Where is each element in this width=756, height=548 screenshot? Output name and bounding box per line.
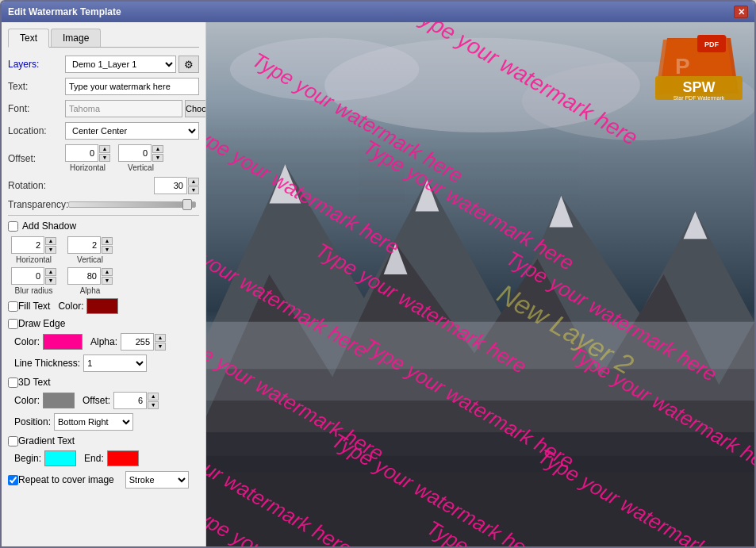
rotation-down[interactable]: ▼ bbox=[188, 186, 199, 194]
gradient-end-swatch[interactable] bbox=[107, 450, 139, 466]
shadow-blur-down[interactable]: ▼ bbox=[45, 277, 56, 285]
title-bar: Edit Watermark Template ✕ bbox=[2, 2, 754, 22]
three-d-offset-input[interactable] bbox=[113, 392, 147, 409]
text-row: Text: bbox=[8, 78, 199, 95]
fill-color-swatch[interactable] bbox=[86, 298, 118, 314]
add-shadow-checkbox[interactable] bbox=[8, 221, 18, 232]
rotation-spinner: ▲ ▼ bbox=[154, 177, 199, 194]
svg-text:P: P bbox=[675, 54, 690, 79]
tab-text[interactable]: Text bbox=[8, 29, 49, 48]
layers-row: Layers: Demo 1_Layer 1 ⚙ bbox=[8, 56, 199, 73]
font-input[interactable] bbox=[65, 100, 182, 117]
transparency-thumb[interactable] bbox=[182, 199, 192, 210]
three-d-position-label: Position: bbox=[14, 416, 51, 427]
three-d-label: 3D Text bbox=[18, 377, 50, 388]
shadow-spinners-row2: ▲ ▼ Blur radius ▲ ▼ Alpha bbox=[8, 267, 199, 295]
edge-alpha-up[interactable]: ▲ bbox=[155, 334, 166, 342]
window-title: Edit Watermark Template bbox=[8, 6, 121, 17]
three-d-offset-up[interactable]: ▲ bbox=[148, 393, 159, 400]
three-d-checkbox[interactable] bbox=[8, 377, 18, 388]
shadow-h-input[interactable] bbox=[11, 236, 44, 254]
edge-color-swatch[interactable] bbox=[43, 334, 83, 350]
offset-v-label: Vertical bbox=[128, 163, 154, 172]
three-d-color-swatch[interactable] bbox=[43, 393, 75, 408]
shadow-v-label: Vertical bbox=[77, 255, 103, 264]
fill-text-label: Fill Text bbox=[18, 301, 50, 312]
shadow-alpha-input[interactable] bbox=[67, 267, 101, 285]
line-thickness-label: Line Thickness: bbox=[14, 358, 80, 369]
fill-color-label: Color: bbox=[58, 301, 83, 312]
edge-alpha-label: Alpha: bbox=[90, 336, 117, 347]
offset-row: Offset: ▲ ▼ Horizontal bbox=[8, 144, 199, 172]
shadow-h-spinner: ▲ ▼ Horizontal bbox=[11, 236, 56, 264]
choose-button[interactable]: Choose bbox=[185, 100, 206, 117]
fill-text-checkbox[interactable] bbox=[8, 301, 18, 312]
offset-h-label: Horizontal bbox=[70, 163, 106, 172]
shadow-v-down[interactable]: ▼ bbox=[102, 246, 113, 254]
offset-h-up[interactable]: ▲ bbox=[99, 145, 110, 153]
edge-alpha-input[interactable] bbox=[121, 333, 154, 351]
svg-rect-13 bbox=[206, 432, 754, 472]
transparency-track bbox=[68, 201, 196, 208]
add-shadow-label: Add Shadow bbox=[22, 220, 76, 232]
offset-label: Offset: bbox=[8, 153, 65, 164]
three-d-text-row: 3D Text bbox=[8, 377, 199, 388]
rotation-up[interactable]: ▲ bbox=[188, 178, 199, 186]
edge-color-label: Color: bbox=[14, 336, 40, 347]
gradient-checkbox[interactable] bbox=[8, 436, 18, 446]
offset-h-arrows: ▲ ▼ bbox=[99, 145, 110, 162]
font-label: Font: bbox=[8, 103, 65, 114]
offset-v-input[interactable] bbox=[118, 144, 152, 162]
three-d-color-row: Color: Offset: ▲ ▼ bbox=[8, 392, 199, 409]
gear-button[interactable]: ⚙ bbox=[178, 56, 199, 73]
location-label: Location: bbox=[8, 125, 65, 136]
spw-logo: PDF P SPW Star PDF Watermark bbox=[651, 30, 746, 102]
left-panel: Text Image Layers: Demo 1_Layer 1 ⚙ Text… bbox=[2, 22, 206, 546]
add-shadow-row: Add Shadow bbox=[8, 220, 199, 232]
layers-select[interactable]: Demo 1_Layer 1 bbox=[65, 56, 176, 73]
gradient-begin-label: Begin: bbox=[14, 453, 41, 464]
tab-image[interactable]: Image bbox=[51, 29, 101, 47]
shadow-blur-up[interactable]: ▲ bbox=[45, 268, 56, 276]
shadow-blur-label: Blur radius bbox=[15, 286, 53, 295]
shadow-alpha-down[interactable]: ▼ bbox=[102, 277, 113, 285]
offset-h-down[interactable]: ▼ bbox=[99, 154, 110, 162]
text-input[interactable] bbox=[65, 78, 199, 95]
edge-color-row: Color: Alpha: ▲ ▼ bbox=[8, 333, 199, 351]
shadow-alpha-label: Alpha bbox=[80, 286, 101, 295]
preview-panel: Type your watermark here Type your water… bbox=[206, 22, 754, 546]
shadow-h-up[interactable]: ▲ bbox=[45, 237, 56, 245]
gradient-end-label: End: bbox=[84, 453, 104, 464]
three-d-position-select[interactable]: Bottom Right bbox=[54, 413, 133, 431]
gradient-begin-swatch[interactable] bbox=[44, 450, 76, 466]
shadow-blur-input[interactable] bbox=[11, 267, 44, 285]
edge-alpha-down[interactable]: ▼ bbox=[155, 343, 166, 351]
shadow-v-input[interactable] bbox=[67, 236, 101, 254]
rotation-label: Rotation: bbox=[8, 180, 65, 191]
repeat-checkbox[interactable] bbox=[8, 475, 18, 485]
offset-v-down[interactable]: ▼ bbox=[152, 154, 163, 162]
rotation-input[interactable] bbox=[154, 177, 187, 194]
svg-rect-11 bbox=[206, 369, 754, 400]
location-select[interactable]: Center Center bbox=[65, 122, 199, 140]
shadow-alpha-up[interactable]: ▲ bbox=[102, 268, 113, 276]
offset-v-arrows: ▲ ▼ bbox=[152, 145, 163, 162]
offset-h-input[interactable] bbox=[65, 144, 98, 162]
shadow-h-down[interactable]: ▼ bbox=[45, 246, 56, 254]
shadow-v-up[interactable]: ▲ bbox=[102, 237, 113, 245]
three-d-offset-down[interactable]: ▼ bbox=[148, 401, 159, 409]
main-window: Edit Watermark Template ✕ Text Image Lay… bbox=[0, 0, 756, 548]
line-thickness-select[interactable]: 1 bbox=[83, 354, 147, 372]
svg-rect-10 bbox=[206, 322, 754, 370]
gradient-label: Gradient Text bbox=[18, 435, 75, 446]
fill-text-row: Fill Text Color: bbox=[8, 298, 199, 314]
font-row: Font: Choose bbox=[8, 100, 199, 117]
rotation-row: Rotation: ▲ ▼ bbox=[8, 177, 199, 194]
three-d-position-row: Position: Bottom Right bbox=[8, 413, 199, 431]
draw-edge-checkbox[interactable] bbox=[8, 319, 18, 329]
close-button[interactable]: ✕ bbox=[734, 6, 748, 18]
svg-marker-8 bbox=[684, 212, 708, 240]
svg-text:Star PDF Watermark: Star PDF Watermark bbox=[673, 95, 725, 101]
stroke-select[interactable]: Stroke bbox=[125, 471, 189, 489]
offset-v-up[interactable]: ▲ bbox=[152, 145, 163, 153]
